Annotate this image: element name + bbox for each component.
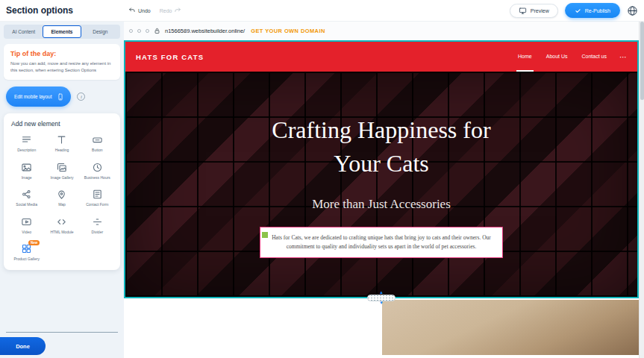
video-icon [21,216,32,227]
text-lines-icon [21,134,32,145]
map-pin-icon [56,189,67,200]
info-icon[interactable]: i [77,92,85,101]
nav-about-us[interactable]: About Us [545,42,569,72]
nav-more-icon[interactable]: ⋯ [619,42,627,72]
undo-button[interactable]: Undo [128,7,151,14]
image-gallery-icon [56,162,67,173]
preview-button[interactable]: Preview [510,4,558,18]
sidebar-divider [6,332,118,333]
section-resize-handle[interactable]: ▲ ▼ [367,291,396,305]
selected-section[interactable]: HATS FOR CATS Home About Us Contact us ⋯… [124,40,639,298]
undo-label: Undo [138,8,151,13]
tab-design[interactable]: Design [81,25,119,38]
hero-heading[interactable]: Crafting Happiness for Your Cats [254,113,508,180]
tip-card: Tip of the day: Now you can add, move an… [4,44,120,80]
sidebar-tabs: AI Content Elements Design [4,25,120,39]
add-element-video[interactable]: Video [9,216,44,235]
scrollbar-thumb[interactable] [640,22,644,100]
preview-label: Preview [531,8,549,13]
edit-mobile-row: Edit mobile layout i [6,87,124,107]
site-header: HATS FOR CATS Home About Us Contact us ⋯ [125,42,637,72]
page-title: Section options [6,5,73,16]
element-drag-handle[interactable] [262,232,268,238]
element-grid: Description Heading Button Image [9,134,115,262]
sidebar-spacer [0,270,124,333]
nav-home[interactable]: Home [516,42,534,72]
browser-bar: n1566589.websitebuilder.online/ GET YOUR… [124,21,644,40]
share-icon [21,189,32,200]
site-preview: n1566589.websitebuilder.online/ GET YOUR… [124,21,644,358]
hero-paragraph: Hats for Cats, we are dedicated to craft… [269,233,494,251]
tip-title: Tip of the day: [10,50,113,57]
edit-mobile-layout-button[interactable]: Edit mobile layout [6,87,71,107]
section-options-sidebar: AI Content Elements Design Tip of the da… [0,21,124,358]
monitor-icon [519,7,527,15]
site-canvas: HATS FOR CATS Home About Us Contact us ⋯… [124,40,644,358]
tab-ai-content[interactable]: AI Content [4,25,43,38]
add-element-divider[interactable]: Divider [80,216,115,235]
lock-icon [154,24,160,37]
add-element-social-media[interactable]: Social Media [9,189,44,207]
add-element-title: Add new element [11,120,115,128]
tab-elements[interactable]: Elements [43,25,81,38]
redo-button[interactable]: Redo [160,7,182,14]
add-element-panel: Add new element Description Heading Butt… [4,113,120,270]
preview-scrollbar[interactable] [639,21,644,358]
add-element-image[interactable]: Image [9,162,44,180]
nav-contact-us[interactable]: Contact us [581,42,608,72]
smartphone-icon [57,92,64,102]
button-icon [92,134,103,145]
site-url: n1566589.websitebuilder.online/ [165,28,245,34]
topbar-actions: Preview Re-Publish [510,3,638,18]
redo-label: Redo [160,8,172,13]
republish-button[interactable]: Re-Publish [565,3,620,18]
site-logo[interactable]: HATS FOR CATS [136,53,204,61]
clock-icon [92,162,103,173]
code-icon [56,216,67,227]
divider-icon [92,216,103,227]
hero-subheading[interactable]: More than Just Accessories [312,197,451,212]
app-window: Section options Undo Redo Preview Re-Pub… [0,0,644,358]
tip-body: Now you can add, move and resize any ele… [10,60,113,74]
republish-label: Re-Publish [585,8,610,13]
add-element-business-hours[interactable]: Business Hours [80,162,115,180]
add-element-map[interactable]: Map [44,189,79,207]
image-icon [21,162,32,173]
edit-mobile-label: Edit mobile layout [14,94,51,99]
window-dot [146,29,149,33]
window-dot [129,29,133,33]
undo-redo-group: Undo Redo [128,7,181,14]
add-element-image-gallery[interactable]: Image Gallery [44,162,79,180]
window-dot [137,29,141,33]
hero-section: Crafting Happiness for Your Cats More th… [125,72,637,297]
add-element-product-gallery[interactable]: New Product Gallery [9,243,44,262]
language-globe-icon[interactable] [627,5,638,16]
add-element-html-module[interactable]: HTML Module [44,216,79,235]
resize-down-arrow: ▼ [379,301,384,305]
hero-paragraph-box[interactable]: Hats for Cats, we are dedicated to craft… [260,227,503,258]
topbar: Section options Undo Redo Preview Re-Pub… [0,0,644,21]
next-section-image[interactable] [382,300,639,355]
add-element-contact-form[interactable]: Contact Form [80,189,115,207]
form-icon [92,189,103,200]
add-element-heading[interactable]: Heading [44,134,79,153]
heading-icon [56,134,67,145]
add-element-button[interactable]: Button [80,134,115,153]
site-nav: Home About Us Contact us ⋯ [516,42,627,72]
add-element-description[interactable]: Description [9,134,44,153]
done-button[interactable]: Done [0,337,46,355]
new-badge: New [28,240,40,245]
get-domain-link[interactable]: GET YOUR OWN DOMAIN [251,28,325,34]
redo-icon [174,7,181,14]
undo-icon [128,7,136,14]
next-section [124,298,639,355]
check-icon [575,7,581,14]
